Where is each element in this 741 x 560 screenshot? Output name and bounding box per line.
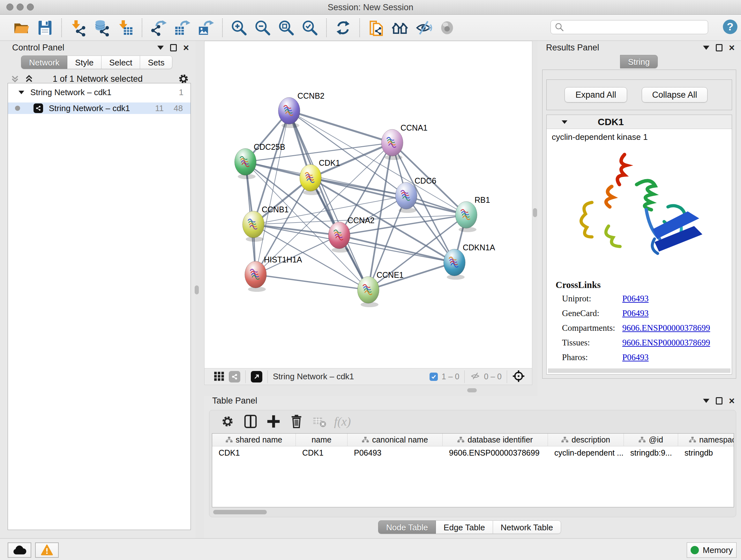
cell--id[interactable]: stringdb:9...: [624, 448, 678, 457]
network-graph[interactable]: CCNB2CCNA1CDC25BCDK1CDC6RB1CCNB1CCNA2CDK…: [205, 41, 532, 368]
network-collection-label: String Network – cdk1: [30, 87, 111, 98]
collapse-all-button[interactable]: Collapse All: [642, 87, 708, 103]
window-close-traffic-light[interactable]: [6, 3, 13, 10]
table-options-gear-icon[interactable]: [219, 413, 236, 430]
center-view-crosshair-icon[interactable]: [512, 370, 525, 384]
cell-canonical-name[interactable]: P06493: [347, 448, 443, 457]
tree-expander-icon[interactable]: [18, 90, 24, 95]
cell-database-identifier[interactable]: 9606.ENSP00000378699: [443, 448, 548, 457]
right-splitter-handle[interactable]: [533, 208, 537, 217]
shared-column-icon: [226, 437, 232, 443]
tab-sets[interactable]: Sets: [140, 56, 172, 69]
zoom-fit-icon[interactable]: [276, 18, 296, 38]
collection-count: 1: [179, 87, 184, 98]
tab-node-table[interactable]: Node Table: [378, 520, 436, 534]
memory-button[interactable]: Memory: [687, 543, 737, 558]
zoom-selected-icon[interactable]: [300, 18, 320, 38]
table-row[interactable]: CDK1CDK1P064939606.ENSP00000378699cyclin…: [212, 446, 734, 459]
crosslink-link-pharos-[interactable]: P06493: [622, 353, 649, 362]
panel-menu-icon[interactable]: [703, 399, 710, 403]
cybrowser-document-icon[interactable]: [366, 18, 386, 38]
import-network-file-icon[interactable]: [68, 18, 88, 38]
tab-style[interactable]: Style: [67, 56, 102, 69]
tab-network[interactable]: Network: [21, 56, 67, 69]
tab-select[interactable]: Select: [102, 56, 140, 69]
open-session-icon[interactable]: [11, 18, 31, 38]
export-table-icon[interactable]: [172, 18, 192, 38]
panel-float-icon[interactable]: [716, 397, 723, 405]
results-scrollbar-track[interactable]: [548, 368, 731, 373]
birdseye-grid-icon[interactable]: [213, 370, 225, 383]
crosslink-row: GeneCard:P06493: [547, 308, 732, 323]
expand-all-button[interactable]: Expand All: [564, 87, 627, 103]
tab-edge-table[interactable]: Edge Table: [436, 520, 493, 534]
zoom-in-icon[interactable]: [229, 18, 249, 38]
tab-string[interactable]: String: [620, 55, 658, 68]
cell-name[interactable]: CDK1: [296, 448, 347, 457]
node-label-ccnb1: CCNB1: [262, 205, 289, 214]
node-label-cdc25b: CDC25B: [254, 142, 285, 151]
bottom-splitter-handle[interactable]: [467, 388, 477, 392]
cell-namespace[interactable]: stringdb: [678, 448, 734, 457]
crosslink-link-tissues-[interactable]: 9606.ENSP00000378699: [622, 338, 710, 348]
string-home-icon[interactable]: [390, 18, 410, 38]
tab-network-table[interactable]: Network Table: [493, 520, 561, 534]
panel-float-icon[interactable]: [170, 44, 177, 51]
collapse-triangle-icon[interactable]: [561, 120, 568, 124]
network-canvas[interactable]: CCNB2CCNA1CDC25BCDK1CDC6RB1CCNB1CCNA2CDK…: [204, 41, 532, 368]
selected-checkbox-icon[interactable]: [429, 373, 438, 381]
table-horizontal-scrollbar[interactable]: [213, 510, 267, 514]
network-tree-root-row[interactable]: String Network – cdk1 1: [8, 86, 191, 98]
edge-ccnb2-rb1[interactable]: [289, 111, 466, 215]
edge-hist1h1a-ccne1[interactable]: [256, 274, 368, 290]
crosslink-link-genecard-[interactable]: P06493: [622, 308, 649, 318]
network-tree-child-row[interactable]: String Network – cdk1 11 48: [8, 103, 191, 114]
show-columns-icon[interactable]: [242, 413, 259, 430]
window-minimize-traffic-light[interactable]: [17, 3, 23, 10]
panel-close-icon[interactable]: ×: [183, 44, 189, 51]
table-container: f(x) shared namenamecanonical namedataba…: [209, 410, 736, 517]
import-network-database-icon[interactable]: [92, 18, 112, 38]
save-session-icon[interactable]: [35, 18, 55, 38]
cell-shared-name[interactable]: CDK1: [212, 448, 296, 457]
column-header-canonical-name[interactable]: canonical name: [347, 434, 443, 446]
help-icon[interactable]: ?: [722, 18, 738, 35]
crosslink-label-pharos-: Pharos:: [562, 353, 588, 362]
table-panel: Table Panel × f(x) shared namenam: [204, 396, 741, 538]
protein-header[interactable]: CDK1: [547, 115, 732, 129]
delete-column-trash-icon[interactable]: [288, 413, 305, 430]
edge-ccnb1-ccna2[interactable]: [253, 225, 339, 235]
column-header--id[interactable]: @id: [624, 434, 678, 446]
current-network-name: String Network – cdk1: [273, 372, 354, 381]
column-header-namespace[interactable]: namespace: [678, 434, 734, 446]
window-zoom-traffic-light[interactable]: [27, 3, 34, 10]
search-input[interactable]: [550, 20, 708, 34]
detach-view-icon[interactable]: [251, 371, 262, 382]
crosslink-link-uniprot-[interactable]: P06493: [622, 294, 649, 304]
hidden-eye-icon[interactable]: [470, 371, 481, 382]
cloud-status-button[interactable]: [8, 543, 31, 558]
network-overview-share-icon[interactable]: [229, 371, 240, 382]
panel-menu-icon[interactable]: [157, 46, 164, 50]
add-column-plus-icon[interactable]: [265, 413, 282, 430]
column-header-shared-name[interactable]: shared name: [212, 434, 296, 446]
export-network-icon[interactable]: [149, 18, 169, 38]
network-tree: String Network – cdk1 1 String Network –…: [8, 83, 191, 530]
crosslink-link-compartments-[interactable]: 9606.ENSP00000378699: [622, 323, 710, 333]
export-image-icon[interactable]: [196, 18, 216, 38]
panel-close-icon[interactable]: ×: [729, 44, 735, 51]
left-splitter-handle[interactable]: [195, 286, 199, 294]
panel-menu-icon[interactable]: [703, 46, 710, 50]
warning-status-button[interactable]: [35, 543, 59, 558]
zoom-out-icon[interactable]: [253, 18, 273, 38]
hide-unselected-eye-icon[interactable]: [414, 18, 433, 38]
panel-close-icon[interactable]: ×: [729, 397, 735, 405]
import-table-file-icon[interactable]: [116, 18, 135, 38]
column-header-name[interactable]: name: [296, 434, 347, 446]
panel-float-icon[interactable]: [716, 44, 723, 51]
apply-layout-refresh-icon[interactable]: [333, 18, 353, 38]
column-header-database-identifier[interactable]: database identifier: [443, 434, 548, 446]
edge-ccnb2-ccna1[interactable]: [289, 111, 392, 143]
column-header-description[interactable]: description: [548, 434, 624, 446]
cell-description[interactable]: cyclin-dependent ...: [548, 448, 624, 457]
